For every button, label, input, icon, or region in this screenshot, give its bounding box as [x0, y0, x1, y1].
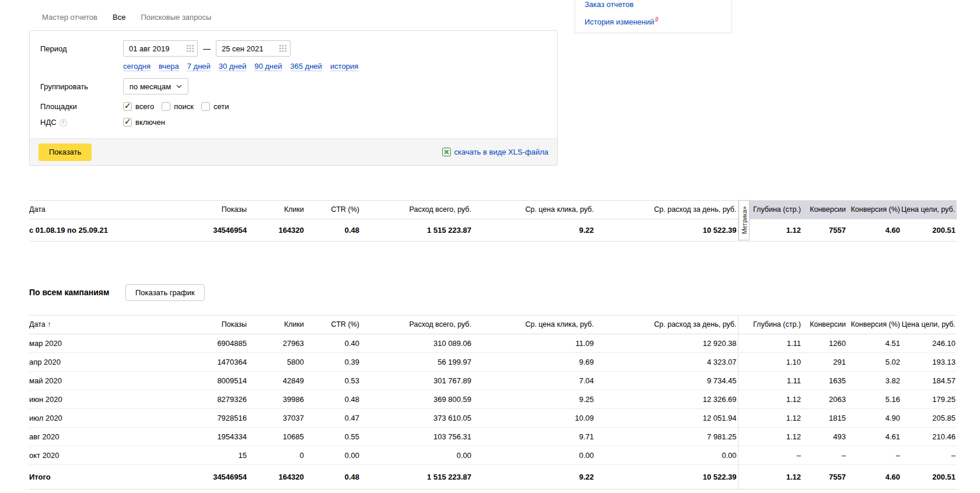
- column-header-8[interactable]: Конверсии: [802, 316, 847, 334]
- cell-9: 4.90: [847, 409, 901, 428]
- quick-range-link[interactable]: сегодня: [123, 62, 150, 71]
- cell-2: 0: [248, 446, 305, 465]
- report-filter-panel: Период — сегоднявчера7 дней30 дней90 дне…: [29, 30, 558, 166]
- quick-range-link[interactable]: 30 дней: [219, 62, 246, 71]
- platform-option[interactable]: сети: [201, 102, 229, 111]
- column-header-1[interactable]: Показы: [192, 316, 248, 334]
- cell-9: 5.02: [847, 353, 901, 372]
- cell-5: 9.71: [473, 428, 595, 446]
- vat-option[interactable]: включен: [123, 118, 165, 127]
- tab-search-queries[interactable]: Поисковые запросы: [141, 13, 211, 22]
- cell-7: 1.12: [738, 465, 802, 489]
- cell-8: 291: [802, 353, 847, 372]
- column-header-6[interactable]: Ср. расход за день, руб.: [595, 316, 738, 334]
- cell-4: 373 610.05: [360, 409, 473, 428]
- column-header-2: Клики: [248, 201, 305, 219]
- cell-10: 200.51: [901, 219, 957, 242]
- column-header-2[interactable]: Клики: [248, 316, 305, 334]
- order-reports-link[interactable]: Заказ отчетов: [584, 0, 634, 9]
- checkbox[interactable]: [123, 118, 132, 127]
- tab-report-wizard[interactable]: Мастер отчетов: [42, 13, 97, 22]
- checkbox[interactable]: [123, 102, 132, 111]
- cell-6: 0.00: [595, 446, 738, 465]
- cell-10: 205.85: [901, 409, 957, 428]
- show-button[interactable]: Показать: [38, 144, 92, 161]
- cell-5: 10.09: [473, 409, 595, 428]
- vat-label-text: НДС: [40, 118, 57, 127]
- cell-8: –: [802, 446, 847, 465]
- cell-3: 0.40: [305, 334, 360, 353]
- cell-0: авг 2020: [29, 428, 192, 446]
- group-by-select[interactable]: по месяцам: [123, 78, 188, 95]
- campaigns-section-head: По всем кампаниям Показать график: [29, 284, 205, 301]
- column-header-3: CTR (%): [305, 201, 360, 219]
- quick-range-link[interactable]: история: [330, 62, 358, 71]
- group-by-value: по месяцам: [130, 82, 171, 91]
- cell-2: 164320: [248, 465, 305, 489]
- cell-3: 0.00: [305, 446, 360, 465]
- cell-4: 103 756.31: [360, 428, 473, 446]
- column-header-3[interactable]: CTR (%): [305, 316, 360, 334]
- column-header-5[interactable]: Ср. цена клика, руб.: [473, 316, 595, 334]
- cell-9: 4.51: [847, 334, 901, 353]
- column-header-10[interactable]: Цена цели, руб.: [901, 316, 957, 334]
- group-by-row: Группировать по месяцам: [40, 78, 547, 95]
- cell-7: 1.10: [738, 353, 802, 372]
- quick-range-link[interactable]: 90 дней: [254, 62, 282, 71]
- quick-range-link[interactable]: 365 дней: [290, 62, 323, 71]
- cell-7: 1.12: [738, 428, 802, 446]
- cell-1: 7928516: [192, 409, 248, 428]
- cell-6: 10 522.39: [595, 465, 738, 489]
- show-chart-button[interactable]: Показать график: [125, 284, 205, 301]
- calendar-icon[interactable]: [187, 45, 194, 52]
- cell-0: июл 2020: [29, 409, 192, 428]
- cell-9: 3.82: [847, 372, 901, 390]
- report-tabs: Мастер отчетов Все Поисковые запросы: [42, 13, 211, 22]
- column-header-9[interactable]: Конверсия (%): [847, 316, 901, 334]
- column-header-1: Показы: [192, 201, 248, 219]
- checkbox[interactable]: [201, 102, 210, 111]
- campaigns-table: Дата ↑ПоказыКликиCTR (%)Расход всего, ру…: [29, 315, 957, 489]
- cell-2: 164320: [248, 219, 305, 242]
- download-xls-link[interactable]: скачать в виде XLS-файла: [442, 148, 549, 156]
- cell-1: 34546954: [192, 219, 248, 242]
- group-by-label: Группировать: [40, 82, 123, 91]
- column-header-4: Расход всего, руб.: [360, 201, 473, 219]
- quick-range-link[interactable]: вчера: [159, 62, 179, 71]
- checkbox-label: включен: [135, 118, 165, 127]
- quick-ranges: сегоднявчера7 дней30 дней90 дней365 дней…: [123, 62, 547, 71]
- cell-2: 39986: [248, 390, 305, 409]
- summary-table: ДатаПоказыКликиCTR (%)Расход всего, руб.…: [29, 200, 957, 242]
- cell-1: 8279326: [192, 390, 248, 409]
- date-from-field: [123, 40, 198, 57]
- table-row: авг 20201954334106850.55103 756.319.717 …: [29, 428, 957, 446]
- cell-3: 0.55: [305, 428, 360, 446]
- checkbox-label: всего: [135, 102, 154, 111]
- column-header-4[interactable]: Расход всего, руб.: [360, 316, 473, 334]
- tab-all[interactable]: Все: [113, 13, 125, 22]
- cell-5: 9.25: [473, 390, 595, 409]
- column-header-0[interactable]: Дата ↑: [29, 316, 192, 334]
- platform-option[interactable]: поиск: [162, 102, 194, 111]
- quick-range-link[interactable]: 7 дней: [187, 62, 211, 71]
- cell-8: 2063: [802, 390, 847, 409]
- cell-4: 0.00: [360, 446, 473, 465]
- table-row: апр 2020147036458000.3956 199.979.694 32…: [29, 353, 957, 372]
- cell-3: 0.48: [305, 465, 360, 489]
- change-history-label: История изменений: [584, 18, 654, 26]
- table-row: окт 20201500.000.000.000.00––––: [29, 446, 957, 465]
- platform-option[interactable]: всего: [123, 102, 154, 111]
- column-header-7[interactable]: Глубина (стр.): [738, 316, 802, 334]
- filter-footer: Показать скачать в виде XLS-файла: [30, 138, 557, 165]
- cell-1: 6904885: [192, 334, 248, 353]
- help-icon[interactable]: ?: [60, 119, 67, 127]
- cell-1: 8009514: [192, 372, 248, 390]
- metrics-flyout-tab[interactable]: Метрика»: [738, 200, 750, 240]
- cell-5: 9.22: [473, 465, 595, 489]
- cell-3: 0.53: [305, 372, 360, 390]
- detail-header-row: Дата ↑ПоказыКликиCTR (%)Расход всего, ру…: [29, 316, 957, 334]
- checkbox[interactable]: [162, 102, 170, 111]
- calendar-icon[interactable]: [279, 45, 286, 52]
- cell-10: 210.46: [901, 428, 957, 446]
- change-history-link[interactable]: История измененийβ: [584, 18, 659, 26]
